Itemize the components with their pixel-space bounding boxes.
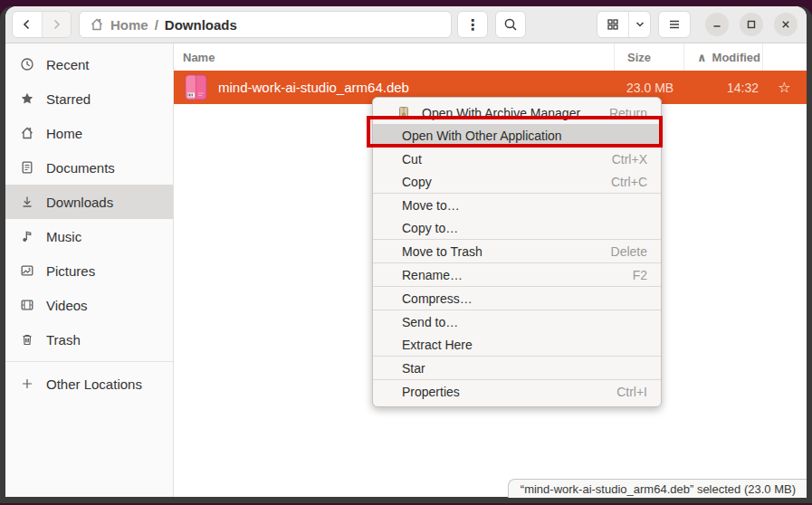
star-toggle[interactable]: ☆ <box>762 79 807 96</box>
column-header-modified[interactable]: ∧ Modified <box>683 43 762 71</box>
sidebar-item-downloads[interactable]: Downloads <box>5 185 173 219</box>
chevron-left-icon <box>20 17 34 32</box>
chevron-down-icon <box>634 18 646 31</box>
sidebar-item-label: Music <box>46 229 81 244</box>
search-button[interactable] <box>495 11 526 38</box>
menu-item-move-to-trash[interactable]: Move to Trash Delete <box>373 240 661 262</box>
file-size: 23.0 MB <box>614 81 683 95</box>
selection-status-text: “mind-work-ai-studio_arm64.deb” selected… <box>521 482 796 496</box>
back-button[interactable] <box>13 12 42 37</box>
recent-icon <box>20 57 34 71</box>
sidebar-item-label: Home <box>46 126 82 141</box>
menu-item-cut[interactable]: Cut Ctrl+X <box>373 148 661 170</box>
star-icon <box>20 91 34 106</box>
search-icon <box>503 17 519 33</box>
sidebar-item-label: Videos <box>46 298 88 313</box>
sidebar-item-other-locations[interactable]: Other Locations <box>5 367 173 401</box>
sidebar-item-documents[interactable]: Documents <box>5 150 173 185</box>
file-name: mind-work-ai-studio_arm64.deb <box>218 80 409 95</box>
menu-item-copy[interactable]: Copy Ctrl+C <box>373 170 661 193</box>
path-bar[interactable]: Home / Downloads <box>79 11 452 38</box>
sidebar-item-home[interactable]: Home <box>5 116 173 150</box>
column-header-size[interactable]: Size <box>614 43 683 71</box>
menu-item-extract-here[interactable]: Extract Here <box>373 333 661 356</box>
plus-icon <box>20 376 34 391</box>
path-segment-current[interactable]: Downloads <box>165 17 237 33</box>
archive-manager-icon <box>396 106 411 120</box>
sort-ascending-icon: ∧ <box>697 51 707 64</box>
sidebar-item-videos[interactable]: Videos <box>5 288 173 322</box>
sidebar-item-label: Recent <box>46 57 90 72</box>
kebab-icon: ⋮ <box>465 16 480 33</box>
menu-item-star[interactable]: Star <box>373 357 661 379</box>
view-toggle-split-button <box>597 11 651 38</box>
sidebar-item-music[interactable]: Music <box>5 219 173 253</box>
grid-view-button[interactable] <box>597 12 628 37</box>
path-separator: / <box>155 17 158 33</box>
menu-item-properties[interactable]: Properties Ctrl+I <box>373 380 661 403</box>
pictures-icon <box>20 263 34 278</box>
documents-icon <box>20 160 34 175</box>
menu-item-rename[interactable]: Rename… F2 <box>373 263 661 286</box>
minimize-icon <box>711 18 723 31</box>
column-header-name[interactable]: Name <box>174 51 614 64</box>
sidebar-item-trash[interactable]: Trash <box>5 322 173 357</box>
close-icon <box>779 18 792 31</box>
window-controls <box>705 13 798 36</box>
hamburger-icon <box>667 17 682 32</box>
sidebar-item-label: Downloads <box>46 195 113 210</box>
close-button[interactable] <box>774 13 798 36</box>
trash-icon <box>20 332 34 347</box>
sidebar: Recent Starred Home Documents Downloads … <box>5 43 174 497</box>
sidebar-item-label: Pictures <box>46 263 95 279</box>
view-options-button[interactable] <box>628 12 650 37</box>
home-icon <box>90 17 104 32</box>
star-outline-icon: ☆ <box>778 80 790 95</box>
home-icon <box>20 126 34 140</box>
forward-button[interactable] <box>42 12 71 37</box>
menu-item-copy-to[interactable]: Copy to… <box>373 216 661 239</box>
status-bar: “mind-work-ai-studio_arm64.deb” selected… <box>508 479 807 498</box>
context-menu: Open With Archive Manager Return Open Wi… <box>372 97 662 407</box>
menu-item-open-with-other-application[interactable]: Open With Other Application <box>373 124 661 147</box>
headerbar: Home / Downloads ⋮ <box>5 6 807 43</box>
chevron-right-icon <box>49 17 63 32</box>
downloads-icon <box>20 195 34 209</box>
grid-view-icon <box>606 17 620 32</box>
sidebar-separator <box>5 361 173 362</box>
menu-item-open-with-archive-manager[interactable]: Open With Archive Manager Return <box>373 101 661 124</box>
nav-button-group <box>12 11 72 38</box>
file-modified: 14:32 <box>683 81 762 95</box>
sidebar-item-pictures[interactable]: Pictures <box>5 253 173 288</box>
maximize-button[interactable] <box>740 13 763 36</box>
path-segment-home[interactable]: Home <box>110 17 148 33</box>
deb-package-icon <box>185 74 207 100</box>
music-icon <box>20 229 34 243</box>
main-menu-button[interactable] <box>658 11 691 38</box>
location-menu-button[interactable]: ⋮ <box>457 11 488 38</box>
sidebar-item-label: Documents <box>46 160 115 176</box>
sidebar-item-label: Other Locations <box>46 376 142 392</box>
sidebar-item-label: Trash <box>46 332 81 348</box>
menu-item-move-to[interactable]: Move to… <box>373 194 661 216</box>
column-header-star <box>762 43 807 71</box>
menu-item-send-to[interactable]: Send to… <box>373 310 661 333</box>
sidebar-item-recent[interactable]: Recent <box>5 47 173 81</box>
desktop: { "header": { "path": { "home": "Home", … <box>0 0 812 505</box>
column-headers: Name Size ∧ Modified <box>174 43 807 71</box>
sidebar-item-starred[interactable]: Starred <box>5 81 173 116</box>
maximize-icon <box>745 18 758 31</box>
minimize-button[interactable] <box>705 13 729 36</box>
videos-icon <box>20 298 34 312</box>
sidebar-item-label: Starred <box>46 91 91 107</box>
menu-item-compress[interactable]: Compress… <box>373 287 661 310</box>
